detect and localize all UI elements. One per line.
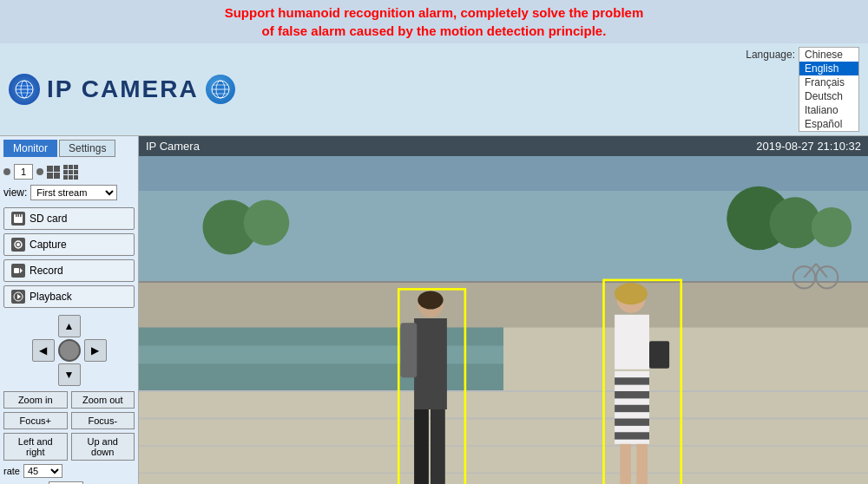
tab-monitor[interactable]: Monitor <box>3 140 57 157</box>
video-container: IP Camera 2019-08-27 21:10:32 connected … <box>139 136 868 484</box>
focus-plus-button[interactable]: Focus+ <box>3 412 68 429</box>
svg-rect-62 <box>649 341 669 369</box>
grid-2x2-icon[interactable] <box>47 166 60 179</box>
top-banner: Support humanoid recognition alarm, comp… <box>0 0 868 43</box>
ptz-bottom-row: ▼ <box>58 363 81 386</box>
sd-card-label: SD card <box>30 213 67 225</box>
video-background <box>139 136 868 484</box>
tab-bar: Monitor Settings <box>3 140 135 157</box>
rate-label: rate <box>3 466 20 476</box>
lang-spanish[interactable]: Español <box>799 117 858 131</box>
svg-rect-57 <box>620 444 631 484</box>
zoom-row: Zoom in Zoom out <box>3 391 135 409</box>
capture-label: Capture <box>30 239 67 251</box>
up-down-button[interactable]: Up and down <box>71 433 135 461</box>
svg-rect-50 <box>615 315 649 370</box>
language-label: Language: <box>746 49 795 61</box>
lang-italian[interactable]: Italiano <box>799 103 858 117</box>
lang-chinese[interactable]: Chinese <box>799 48 858 62</box>
channel-number: 1 <box>14 164 33 180</box>
svg-rect-13 <box>20 214 22 217</box>
svg-rect-55 <box>615 419 649 426</box>
ptz-right-button[interactable]: ▶ <box>84 339 107 362</box>
camera-logo-icon <box>9 74 40 105</box>
focus-row: Focus+ Focus- <box>3 412 135 429</box>
svg-point-61 <box>615 283 648 304</box>
svg-rect-53 <box>615 391 649 398</box>
video-area: IP Camera 2019-08-27 21:10:32 connected … <box>139 136 868 484</box>
svg-rect-44 <box>431 409 445 484</box>
ptz-up-button[interactable]: ▲ <box>58 315 81 337</box>
view-label: view: <box>3 186 27 199</box>
svg-rect-16 <box>14 268 19 273</box>
direction-row: Left and right Up and down <box>3 433 135 461</box>
svg-point-15 <box>16 243 20 246</box>
left-right-button[interactable]: Left and right <box>3 433 68 461</box>
stream-select[interactable]: First stream Second stream <box>30 185 117 200</box>
grid-controls-row: 1 <box>3 164 135 180</box>
zoom-in-button[interactable]: Zoom in <box>3 391 68 409</box>
sidebar: Monitor Settings 1 view: First stream Se… <box>0 136 139 484</box>
grid-dot-2 <box>36 168 43 175</box>
svg-rect-56 <box>615 432 649 439</box>
sd-card-icon <box>11 212 25 226</box>
svg-rect-24 <box>139 346 503 364</box>
camera-label: IP Camera <box>146 140 200 153</box>
ptz-down-button[interactable]: ▼ <box>58 363 81 386</box>
svg-rect-25 <box>139 282 868 328</box>
ptz-center-dot <box>58 339 81 362</box>
globe-icon <box>206 75 235 104</box>
svg-point-33 <box>244 200 290 246</box>
svg-point-48 <box>418 291 443 310</box>
lang-english[interactable]: English <box>799 62 858 75</box>
header: IP CAMERA Language: Chinese English Fran… <box>0 43 868 136</box>
svg-point-36 <box>812 207 852 247</box>
zoom-out-button[interactable]: Zoom out <box>71 391 135 409</box>
timestamp-bar: IP Camera 2019-08-27 21:10:32 <box>139 136 868 156</box>
capture-icon <box>11 238 25 252</box>
rate-select[interactable]: 45 30 60 <box>23 464 62 478</box>
main-area: Monitor Settings 1 view: First stream Se… <box>0 136 868 484</box>
record-button[interactable]: Record <box>3 259 135 282</box>
svg-marker-19 <box>17 294 21 299</box>
lang-german[interactable]: Deutsch <box>799 89 858 103</box>
rate-row: rate 45 30 60 <box>3 464 135 478</box>
video-timestamp: 2019-08-27 21:10:32 <box>756 140 861 153</box>
language-list: Chinese English Français Deutsch Italian… <box>799 47 859 132</box>
ptz-middle-row: ◀ ▶ <box>32 339 107 362</box>
playback-label: Playback <box>30 291 72 303</box>
sd-card-button[interactable]: SD card <box>3 207 135 230</box>
record-icon <box>11 264 25 278</box>
channel-dot <box>3 168 10 175</box>
record-label: Record <box>30 265 63 277</box>
header-left: IP CAMERA <box>9 74 235 105</box>
view-row: view: First stream Second stream <box>3 185 135 200</box>
svg-rect-43 <box>414 409 429 484</box>
svg-rect-54 <box>615 405 649 412</box>
svg-rect-52 <box>615 377 649 384</box>
svg-rect-58 <box>636 444 648 484</box>
lang-french[interactable]: Français <box>799 75 858 89</box>
ptz-left-button[interactable]: ◀ <box>32 339 55 362</box>
svg-rect-42 <box>414 318 447 409</box>
playback-icon <box>11 290 25 304</box>
language-panel: Language: Chinese English Français Deuts… <box>746 47 859 132</box>
tab-settings[interactable]: Settings <box>59 140 115 157</box>
app-title: IP CAMERA <box>47 75 199 103</box>
svg-rect-12 <box>18 214 20 217</box>
svg-rect-47 <box>400 323 417 377</box>
focus-minus-button[interactable]: Focus- <box>71 412 135 429</box>
grid-3x3-icon[interactable] <box>63 165 78 180</box>
svg-rect-11 <box>16 214 17 217</box>
capture-button[interactable]: Capture <box>3 233 135 256</box>
playback-button[interactable]: Playback <box>3 285 135 308</box>
ptz-section: ▲ ◀ ▶ ▼ <box>3 315 135 386</box>
ptz-top-row: ▲ <box>58 315 81 337</box>
svg-marker-17 <box>20 268 23 273</box>
